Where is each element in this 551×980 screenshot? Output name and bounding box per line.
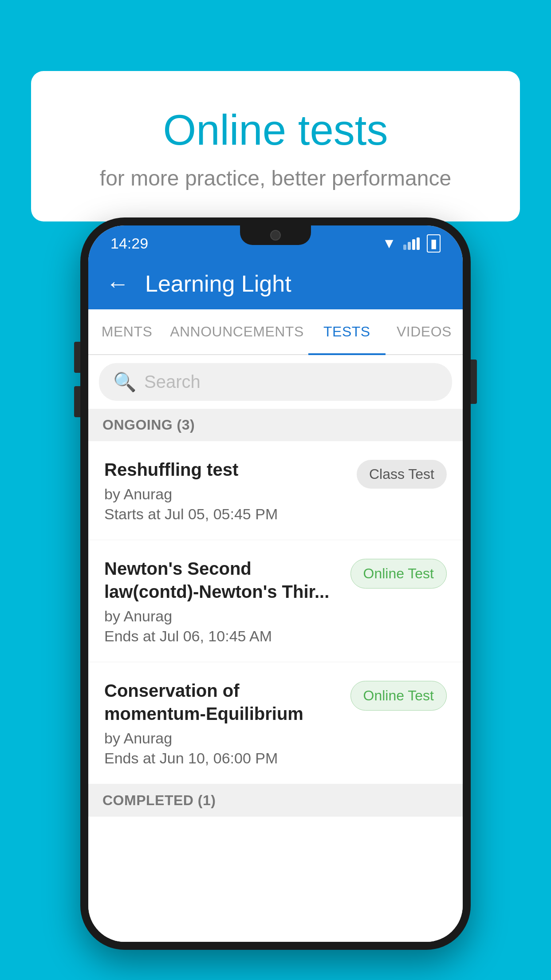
test-badge: Class Test: [357, 460, 447, 489]
test-badge: Online Test: [350, 559, 447, 589]
test-author: by Anurag: [104, 730, 342, 747]
test-name: Reshuffling test: [104, 458, 348, 481]
wifi-icon: ▼: [382, 235, 396, 252]
front-camera: [270, 230, 281, 241]
completed-section-label: COMPLETED (1): [88, 784, 463, 817]
test-info: Newton's Second law(contd)-Newton's Thir…: [104, 557, 342, 645]
tab-tests[interactable]: TESTS: [308, 309, 386, 354]
search-bar: 🔍 Search: [88, 355, 463, 409]
test-author: by Anurag: [104, 608, 342, 625]
search-input[interactable]: Search: [144, 372, 201, 392]
test-time: Ends at Jul 06, 10:45 AM: [104, 628, 342, 645]
search-icon: 🔍: [113, 371, 136, 393]
phone-frame: 14:29 ▼ ▮ ← Learning Light: [80, 217, 471, 950]
volume-up-button: [74, 342, 80, 373]
signal-icon: [403, 237, 420, 250]
test-list: Reshuffling test by Anurag Starts at Jul…: [88, 441, 463, 942]
search-input-wrapper[interactable]: 🔍 Search: [99, 363, 452, 401]
battery-icon: ▮: [427, 234, 441, 253]
test-time: Starts at Jul 05, 05:45 PM: [104, 506, 348, 523]
ongoing-section-label: ONGOING (3): [88, 409, 463, 441]
bubble-title: Online tests: [58, 107, 493, 154]
tab-videos[interactable]: VIDEOS: [386, 309, 463, 354]
speech-bubble: Online tests for more practice, better p…: [31, 71, 520, 221]
test-badge: Online Test: [350, 681, 447, 711]
phone-notch: [240, 225, 311, 245]
app-bar-title: Learning Light: [145, 270, 291, 297]
test-info: Conservation of momentum-Equilibrium by …: [104, 679, 342, 767]
test-time: Ends at Jun 10, 06:00 PM: [104, 750, 342, 767]
status-time: 14:29: [110, 235, 148, 252]
volume-down-button: [74, 386, 80, 417]
test-author: by Anurag: [104, 486, 348, 503]
phone-screen: 14:29 ▼ ▮ ← Learning Light: [88, 225, 463, 942]
app-bar: ← Learning Light: [88, 258, 463, 309]
test-item[interactable]: Conservation of momentum-Equilibrium by …: [88, 662, 463, 784]
tab-announcements[interactable]: ANNOUNCEMENTS: [165, 309, 308, 354]
back-button[interactable]: ←: [106, 272, 129, 295]
test-name: Conservation of momentum-Equilibrium: [104, 679, 342, 725]
tab-ments[interactable]: MENTS: [88, 309, 165, 354]
tabs-bar: MENTS ANNOUNCEMENTS TESTS VIDEOS: [88, 309, 463, 355]
speech-bubble-container: Online tests for more practice, better p…: [31, 71, 520, 221]
test-info: Reshuffling test by Anurag Starts at Jul…: [104, 458, 348, 523]
bubble-subtitle: for more practice, better performance: [58, 166, 493, 190]
test-item[interactable]: Reshuffling test by Anurag Starts at Jul…: [88, 441, 463, 540]
test-item[interactable]: Newton's Second law(contd)-Newton's Thir…: [88, 540, 463, 662]
status-icons: ▼ ▮: [382, 234, 441, 253]
phone-mockup: 14:29 ▼ ▮ ← Learning Light: [80, 217, 471, 950]
test-name: Newton's Second law(contd)-Newton's Thir…: [104, 557, 342, 603]
power-button: [471, 360, 477, 404]
